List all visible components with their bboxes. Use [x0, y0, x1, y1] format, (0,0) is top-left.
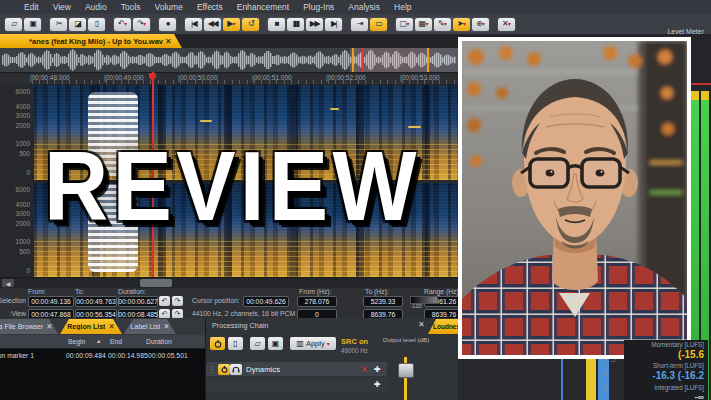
sort-ascending-icon[interactable]: ▲	[96, 338, 101, 344]
effect-power-icon[interactable]	[218, 364, 230, 375]
fader-handle[interactable]	[398, 363, 414, 378]
move-tool-button[interactable]: ➤▾	[453, 18, 470, 31]
chain-save-button[interactable]: ▣	[268, 337, 283, 350]
effect-slot-dynamics[interactable]: ⋮ Dynamics ✕ ✚	[206, 362, 387, 376]
effect-slot-empty[interactable]: ✚	[206, 378, 387, 392]
open-file-button[interactable]: ▱	[5, 18, 22, 31]
freq-selection-tool-button[interactable]: ▦▾	[415, 18, 432, 31]
drag-handle-icon[interactable]: ⋮	[208, 365, 216, 374]
scrollbar-thumb[interactable]	[140, 279, 172, 287]
play-button[interactable]: ▶▾	[223, 18, 240, 31]
close-icon[interactable]: ✕	[165, 37, 172, 46]
rewind-button[interactable]: ◀◀	[204, 18, 221, 31]
region-row-end[interactable]: 00:00:14.985	[108, 352, 148, 359]
spectral-display-button[interactable]: ▭	[370, 18, 387, 31]
tab-label-list[interactable]: Label List✕	[124, 319, 176, 334]
close-icon[interactable]: ✕	[418, 320, 425, 329]
add-effect-icon[interactable]: ✚	[374, 380, 381, 389]
file-tab[interactable]: anes (feat King Milo) - Up to You.wav* ✕	[0, 34, 182, 48]
hz-range-label: Range (Hz):	[424, 288, 461, 295]
remove-effect-icon[interactable]: ✕	[361, 365, 368, 374]
undo-button[interactable]: ↶▾	[114, 18, 131, 31]
menu-item-plug-ins[interactable]: Plug-Ins	[303, 2, 334, 12]
time-selection-tool-button[interactable]: ▢▾	[396, 18, 413, 31]
hz-from-field[interactable]: 278.076	[297, 296, 337, 307]
forward-icon: ▶▶	[310, 20, 319, 28]
menu-item-tools[interactable]: Tools	[121, 2, 141, 12]
follow-playback-button[interactable]: ⇥	[351, 18, 368, 31]
horizontal-scrollbar[interactable]	[0, 277, 458, 288]
column-header-begin[interactable]: Begin	[68, 338, 85, 345]
menu-item-analysis[interactable]: Analysis	[348, 2, 380, 12]
main-toolbar: ▱▣✂◪▯↶▾↷▾●|◀◀◀▶▾↺■▮▮▶▶▶|⇥▭▢▾▦▾✎▾➤▾⊕▾✕▾	[0, 14, 711, 34]
cursor-position-field[interactable]: 00:00:49.626	[243, 296, 289, 307]
pause-button[interactable]: ▮▮	[287, 18, 304, 31]
ruler-tick	[306, 80, 307, 84]
tab-media-file-browser[interactable]: Media File Browser✕	[0, 319, 58, 334]
spectral-event	[330, 108, 339, 110]
multi-tool-button[interactable]: ✕▾	[498, 18, 515, 31]
zoom-tool-button[interactable]: ⊕▾	[472, 18, 489, 31]
pause-icon: ▮▮	[293, 20, 299, 28]
follow-playback-icon: ⇥	[357, 20, 362, 28]
ruler-tick	[239, 80, 240, 84]
selection-redo-icon[interactable]: ↷	[172, 296, 183, 306]
go-end-button[interactable]: ▶|	[325, 18, 342, 31]
selection-from-field[interactable]: 00:00:49.136	[28, 296, 74, 307]
draw-tool-button[interactable]: ✎▾	[434, 18, 451, 31]
close-icon[interactable]: ✕	[163, 322, 169, 331]
selection-duration-field[interactable]: 00:00:00.627	[118, 296, 158, 307]
paste-button[interactable]: ▯	[88, 18, 105, 31]
go-start-button[interactable]: |◀	[185, 18, 202, 31]
close-icon[interactable]: ✕	[108, 322, 114, 331]
record-button[interactable]: ●	[159, 18, 176, 31]
chain-open-button[interactable]: ▱	[250, 337, 265, 350]
menu-item-volume[interactable]: Volume	[155, 2, 183, 12]
headphone-icon[interactable]	[230, 364, 242, 375]
ruler-tick	[158, 80, 159, 84]
add-effect-icon[interactable]: ✚	[374, 365, 381, 374]
column-header-end[interactable]: End	[110, 338, 122, 345]
region-row-duration[interactable]: 00:00:05.501	[148, 352, 188, 359]
freq-label: 3000	[0, 210, 30, 217]
menu-item-help[interactable]: Help	[394, 2, 411, 12]
menu-item-view[interactable]: View	[53, 2, 71, 12]
forward-button[interactable]: ▶▶	[306, 18, 323, 31]
save-file-button[interactable]: ▣	[24, 18, 41, 31]
redo-button[interactable]: ↷▾	[133, 18, 150, 31]
portrait-photo	[458, 37, 691, 359]
chain-power-button[interactable]	[210, 337, 225, 350]
ruler-tick	[387, 80, 388, 84]
scroll-left-arrow-icon[interactable]: ◀	[2, 279, 14, 287]
selection-to-field[interactable]: 00:00:49.763	[75, 296, 117, 307]
menu-item-edit[interactable]: Edit	[24, 2, 39, 12]
menu-item-audio[interactable]: Audio	[85, 2, 107, 12]
power-icon	[214, 340, 222, 348]
chain-clear-button[interactable]: ▯	[228, 337, 243, 350]
chevron-down-icon: ▾	[444, 21, 447, 27]
region-list-header	[0, 335, 205, 349]
freq-label: 4000	[0, 201, 30, 208]
apply-button[interactable]: ▥ Apply ▾	[290, 337, 336, 350]
menu-item-effects[interactable]: Effects	[197, 2, 223, 12]
chevron-down-icon: ▾	[426, 21, 429, 27]
menu-item-enhancement[interactable]: Enhancement	[237, 2, 289, 12]
cut-button[interactable]: ✂	[50, 18, 67, 31]
hz-to-field[interactable]: 5239.33	[363, 296, 403, 307]
overview-marker[interactable]	[427, 48, 429, 72]
selection-undo-icon[interactable]: ↶	[159, 296, 170, 306]
open-file-icon: ▱	[11, 20, 16, 28]
region-row-name[interactable]: Region marker 1	[0, 352, 34, 359]
overview-marker[interactable]	[352, 48, 354, 72]
loop-button[interactable]: ↺	[242, 18, 259, 31]
ruler-time-label: |00:00:52.000	[326, 74, 366, 81]
column-header-duration[interactable]: Duration	[146, 338, 172, 345]
chevron-down-icon: ▾	[233, 21, 236, 27]
meter-clip-line	[690, 83, 711, 85]
freq-label: 0	[0, 169, 30, 176]
tab-region-list[interactable]: Region List✕	[60, 319, 122, 334]
stop-button[interactable]: ■	[268, 18, 285, 31]
eraser-button[interactable]: ◪	[69, 18, 86, 31]
region-row-begin[interactable]: 00:00:09.484	[66, 352, 106, 359]
paste-icon: ▯	[95, 20, 98, 28]
